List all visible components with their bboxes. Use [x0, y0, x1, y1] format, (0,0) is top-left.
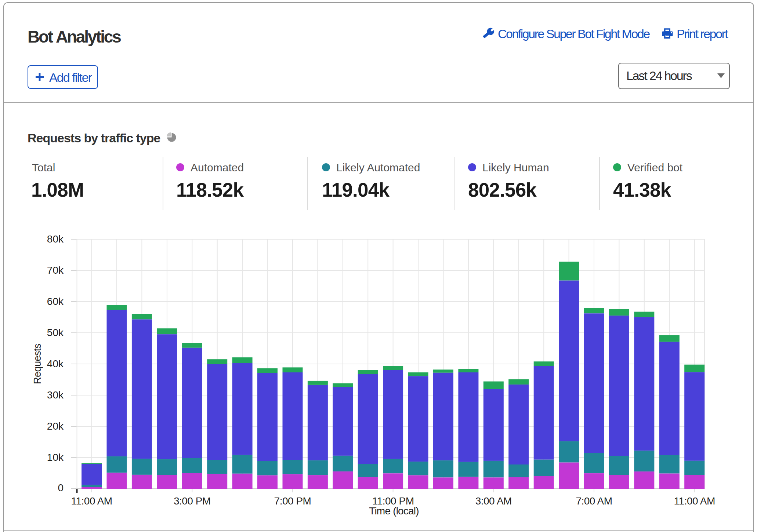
svg-text:20k: 20k — [47, 420, 64, 432]
svg-text:40k: 40k — [47, 358, 64, 369]
svg-text:11:00 AM: 11:00 AM — [71, 495, 112, 507]
svg-text:3:00 AM: 3:00 AM — [475, 495, 512, 507]
svg-text:0: 0 — [58, 482, 64, 493]
svg-text:3:00 PM: 3:00 PM — [174, 495, 211, 507]
svg-text:11:00 PM: 11:00 PM — [372, 495, 414, 507]
svg-text:10k: 10k — [47, 452, 64, 463]
svg-text:Requests: Requests — [32, 344, 43, 384]
svg-text:11:00 AM: 11:00 AM — [674, 495, 715, 507]
svg-text:30k: 30k — [47, 389, 64, 401]
svg-text:7:00 PM: 7:00 PM — [274, 495, 311, 507]
svg-text:70k: 70k — [47, 265, 64, 276]
svg-text:80k: 80k — [47, 233, 64, 245]
svg-text:7:00 AM: 7:00 AM — [576, 495, 612, 507]
svg-text:Time (local): Time (local) — [369, 505, 419, 517]
svg-text:50k: 50k — [47, 327, 64, 338]
svg-text:60k: 60k — [47, 296, 64, 307]
